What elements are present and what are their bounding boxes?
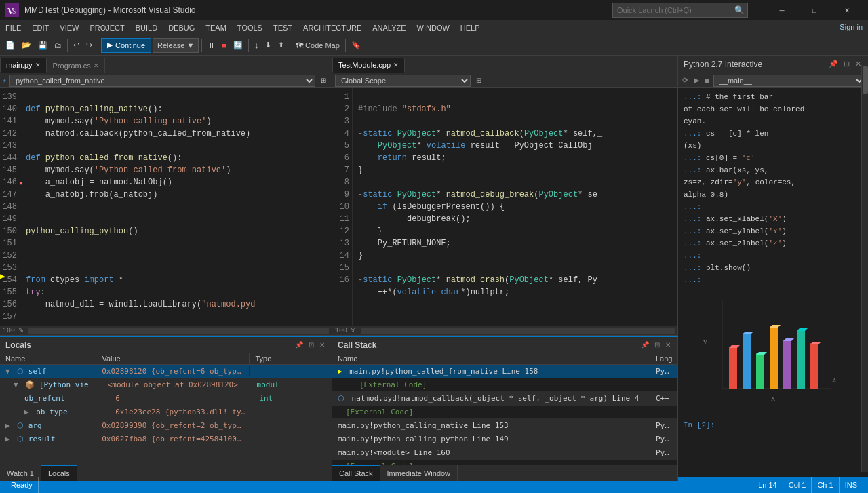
tab-mainpy-close[interactable]: ✕: [35, 62, 41, 68]
toolbar-separator-4: [248, 39, 249, 52]
step-out-button[interactable]: ⬆: [275, 37, 287, 54]
tab-mainpy[interactable]: main.py ✕: [0, 58, 47, 73]
table-row[interactable]: ⬡ natmod.pyd!natmod_callback(_object * s…: [332, 392, 677, 406]
redo-button[interactable]: ↪: [83, 37, 95, 54]
table-row[interactable]: ▶ ⬡ arg 0x02899390 {ob_refcnt=2 ob_type=…: [0, 419, 332, 433]
open-button[interactable]: 📂: [19, 37, 34, 54]
tab-testmodule[interactable]: TestModule.cpp ✕: [332, 58, 405, 73]
locals-close-button[interactable]: ✕: [318, 340, 326, 350]
menu-test[interactable]: TEST: [268, 20, 298, 35]
breakpoint-marker: ●: [19, 180, 23, 187]
python-run-button[interactable]: ▶: [692, 75, 701, 86]
table-row[interactable]: ▼ 📦 [Python vie <module object at 0x0289…: [0, 378, 332, 392]
release-dropdown[interactable]: Release ▼: [153, 38, 199, 53]
step-over-button[interactable]: ⤵: [252, 37, 261, 54]
python-stop-button[interactable]: ■: [703, 75, 711, 86]
tab-locals[interactable]: Locals: [41, 465, 77, 481]
toolbar: 📄 📂 💾 🗂 ↩ ↪ ▶ Continue Release ▼ ⏸ ■ 🔄 ⤵…: [0, 35, 868, 56]
minimize-button[interactable]: ─: [766, 0, 797, 20]
menu-help[interactable]: HELP: [455, 20, 486, 35]
table-row[interactable]: ob_refcnt 6 int: [0, 392, 332, 406]
locals-cell-value: <module object at 0x02898120>: [102, 380, 252, 390]
menu-file[interactable]: FILE: [0, 20, 26, 35]
callstack-pin-button[interactable]: 📌: [639, 340, 650, 350]
python-reset-button[interactable]: ⟳: [681, 75, 690, 86]
menu-debug[interactable]: DEBUG: [163, 20, 200, 35]
table-row[interactable]: ▶ ob_type 0x1e23ee28 {python33.dll!_type…: [0, 406, 332, 419]
callstack-expand-button[interactable]: ⊡: [653, 340, 661, 350]
svg-rect-6: [729, 348, 737, 389]
center-hscrollbar[interactable]: [361, 328, 675, 334]
bookmark-button[interactable]: 🔖: [349, 37, 363, 54]
center-code-area[interactable]: 1234 5678 9101112 13141516 #include "std…: [332, 88, 677, 326]
left-code-area[interactable]: 139140141142 143144145146 147148149150 1…: [0, 88, 332, 326]
save-all-button[interactable]: 🗂: [52, 37, 64, 54]
row-icon: ⬡: [17, 435, 24, 443]
left-editor-toolbar: ⚡ python_called_from_native ⊞: [0, 73, 332, 88]
table-row: [External Code]: [332, 406, 677, 419]
close-button[interactable]: ✕: [831, 0, 863, 20]
left-expand-button[interactable]: ⊞: [318, 72, 329, 90]
table-row[interactable]: ▶ ⬡ result 0x0027fba8 {ob_refcnt=4258410…: [0, 433, 332, 446]
stop-button[interactable]: ■: [219, 37, 229, 54]
expand-icon[interactable]: ▶: [24, 408, 29, 416]
tab-callstack[interactable]: Call Stack: [332, 465, 380, 481]
toolbar-separator-3: [201, 39, 202, 52]
menu-project[interactable]: PROJECT: [84, 20, 130, 35]
locals-pin-button[interactable]: 📌: [294, 340, 304, 350]
right-panel-scrollbar[interactable]: [861, 65, 868, 472]
table-row[interactable]: main.py!python_calling_native Line 153 P…: [332, 419, 677, 433]
continue-button[interactable]: ▶ Continue: [101, 38, 151, 53]
table-row[interactable]: main.py!python_calling_python Line 149 P…: [332, 433, 677, 446]
python-module-dropdown[interactable]: __main__: [713, 75, 865, 87]
callstack-cell-lang: Pyth: [650, 420, 677, 431]
undo-button[interactable]: ↩: [71, 37, 82, 54]
menu-architecture[interactable]: ARCHITECTURE: [298, 20, 367, 35]
expand-icon[interactable]: ▶: [5, 435, 10, 443]
python-interactive-content[interactable]: ...: # the first bar of each set will be…: [678, 88, 868, 477]
callstack-title: Call Stack: [338, 340, 376, 350]
menu-team[interactable]: TEAM: [200, 20, 232, 35]
code-map-button[interactable]: 🗺 Code Map: [293, 37, 342, 54]
step-into-button[interactable]: ⬇: [262, 37, 274, 54]
center-editor: TestModule.cpp ✕ Global Scope ⊞ 1234 567…: [332, 56, 678, 335]
new-project-button[interactable]: 📄: [3, 37, 18, 54]
center-scope-dropdown[interactable]: Global Scope: [335, 75, 471, 87]
menu-view[interactable]: VIEW: [54, 20, 84, 35]
menu-edit[interactable]: EDIT: [26, 20, 54, 35]
left-hscrollbar[interactable]: [28, 328, 329, 334]
table-row[interactable]: ▼ ⬡ self 0x02898120 {ob_refcnt=6 ob_type…: [0, 365, 332, 378]
input-prompt[interactable]: In [2]:: [684, 419, 863, 431]
callstack-cell-name: main.py!python_calling_python Line 149: [332, 434, 650, 444]
sign-in-link[interactable]: Sign in: [840, 23, 863, 31]
expand-icon[interactable]: ▼: [5, 367, 10, 376]
status-col: Col 1: [783, 477, 812, 493]
quick-launch-input[interactable]: [612, 3, 748, 18]
tab-testmodule-close[interactable]: ✕: [393, 62, 399, 68]
left-function-dropdown[interactable]: python_called_from_native: [9, 75, 315, 87]
tab-immediate-window[interactable]: Immediate Window: [380, 465, 458, 481]
callstack-close-button[interactable]: ✕: [664, 340, 672, 350]
menu-build[interactable]: BUILD: [130, 20, 163, 35]
menu-window[interactable]: WINDOW: [412, 20, 455, 35]
save-button[interactable]: 💾: [35, 37, 50, 54]
python-interactive-pin[interactable]: 📌: [827, 58, 840, 70]
menu-analyze[interactable]: ANALYZE: [367, 20, 411, 35]
right-panel: Python 2.7 Interactive 📌 ⊡ ✕ ⟳ ▶ ■ __mai…: [678, 56, 868, 477]
tab-programcs-close[interactable]: ✕: [94, 62, 99, 69]
restart-button[interactable]: 🔄: [231, 37, 245, 54]
maximize-button[interactable]: □: [799, 0, 830, 20]
expand-icon[interactable]: ▼: [14, 380, 18, 389]
callstack-footer: Call Stack Immediate Window: [332, 465, 677, 481]
continue-icon: ▶: [107, 41, 113, 50]
table-row[interactable]: ▶ main.py!python_called_from_native Line…: [332, 365, 677, 378]
table-row[interactable]: main.py!<module> Line 160 Pyth: [332, 446, 677, 460]
tab-programcs[interactable]: Program.cs ✕: [47, 58, 105, 73]
expand-icon[interactable]: ▶: [5, 421, 10, 430]
locals-expand-button[interactable]: ⊡: [307, 340, 315, 350]
callstack-cell-lang: Pyth: [650, 434, 677, 444]
center-expand-button[interactable]: ⊞: [473, 72, 484, 90]
menu-tools[interactable]: TOOLS: [232, 20, 268, 35]
python-interactive-undock[interactable]: ⊡: [842, 58, 851, 70]
break-button[interactable]: ⏸: [205, 37, 218, 54]
